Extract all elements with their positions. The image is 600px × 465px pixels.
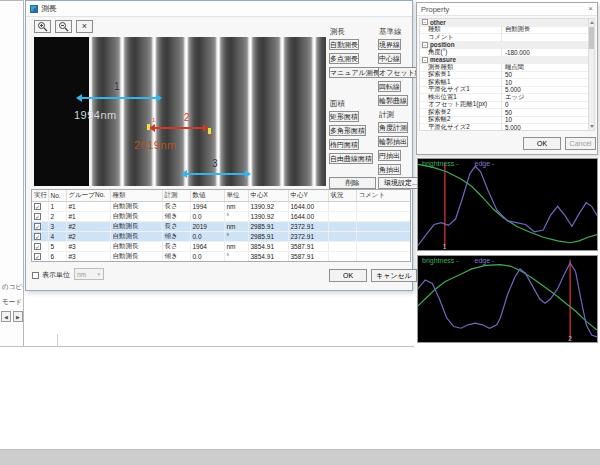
measure-value-1: 1994nm	[74, 109, 117, 121]
group-title: 面積	[329, 99, 376, 108]
table-row[interactable]: ✓4#2自動測長傾き0.0°2985.912372.91	[32, 231, 411, 241]
panel-button[interactable]: 自動測長	[329, 39, 359, 50]
zoom-in-button[interactable]	[34, 20, 51, 33]
zoom-out-icon	[58, 21, 69, 32]
group-title: 測長	[329, 27, 376, 36]
table-row[interactable]: ✓5#3自動測長長さ1964nm3854.913587.91	[32, 241, 411, 251]
table-row[interactable]: ✓6#3自動測長傾き0.0°3854.913587.91	[32, 251, 411, 261]
scroll-up-icon[interactable]	[590, 21, 594, 24]
nav-right-icon[interactable]: ▶	[13, 311, 23, 322]
ok-button[interactable]: OK	[329, 269, 367, 282]
cell-cx: 3854.91	[248, 241, 288, 251]
panel-button[interactable]: マニュアル測長	[329, 67, 381, 78]
measure-label-1: 1	[114, 81, 120, 92]
cell-no: 3	[48, 221, 66, 231]
panel-button[interactable]: 多点測長	[329, 53, 359, 64]
cell-status	[328, 211, 356, 221]
graph-panel-2: brightness - edge - 2	[417, 255, 598, 343]
exec-cell: ✓	[32, 221, 48, 231]
close-icon[interactable]: ×	[588, 5, 593, 13]
panel-col-1: 測長自動測長多点測長マニュアル測長面積矩形面積多角形面積楕円面積自由曲線面積	[329, 27, 376, 164]
panel-button[interactable]: 角度計測	[378, 122, 408, 133]
cell-group: #1	[66, 211, 110, 221]
row-checkbox[interactable]: ✓	[34, 223, 41, 230]
cell-group: #2	[66, 221, 110, 231]
scroll-down-icon[interactable]	[590, 125, 594, 128]
column-header: 中心X	[248, 190, 288, 201]
cell-status	[328, 231, 356, 241]
marker-label: 2	[568, 335, 572, 342]
panel-button[interactable]: 中心線	[378, 53, 401, 64]
panel-button[interactable]: 角抽出	[378, 164, 401, 175]
panel-button[interactable]: 楕円面積	[329, 139, 359, 150]
cell-comment	[356, 201, 411, 211]
cell-type: 自動測長	[110, 251, 162, 261]
legend-brightness: brightness -	[422, 257, 459, 264]
cell-no: 6	[48, 251, 66, 261]
edge-marker-left	[147, 124, 150, 130]
results-table[interactable]: 実行No.グループNo.種類計測数値単位中心X中心Y状況コメント ✓1#1自動測…	[31, 189, 411, 262]
cell-unit: °	[224, 231, 248, 241]
sem-line-pattern	[89, 37, 326, 186]
sem-image[interactable]: 1 1994nm 2 2019nm 1 2 3	[34, 37, 326, 186]
unit-combobox[interactable]: nm ▼	[74, 268, 104, 280]
property-value: 10	[502, 116, 588, 123]
zoom-out-button[interactable]	[55, 20, 72, 33]
graph-plot-2: 2	[418, 256, 597, 342]
property-titlebar[interactable]: Property ×	[417, 3, 597, 16]
delete-annotation-button[interactable]: ×	[76, 20, 93, 33]
cell-value: 0.0	[190, 231, 224, 241]
property-grid: −other種類自動測長コメント−position角度(°)-180.000−m…	[419, 18, 589, 131]
column-header: 中心Y	[288, 190, 328, 201]
panel-button[interactable]: 回転線	[378, 81, 401, 92]
edge-number-1: 1	[152, 117, 155, 123]
property-row[interactable]: 平滑化サイズ25.000	[420, 124, 588, 131]
column-header: 数値	[190, 190, 224, 201]
display-unit-checkbox[interactable]	[32, 272, 39, 279]
cell-measure: 長さ	[162, 221, 190, 231]
row-checkbox[interactable]: ✓	[34, 243, 41, 250]
cell-no: 1	[48, 201, 66, 211]
panel-button[interactable]: 輪郭曲線	[378, 95, 408, 106]
table-row[interactable]: ✓1#1自動測長長さ1994nm1390.921644.00	[32, 201, 411, 211]
column-header: コメント	[356, 190, 411, 201]
cell-unit: °	[224, 211, 248, 221]
panel-button[interactable]: 矩形面積	[329, 111, 359, 122]
measure-value-2: 2019nm	[134, 139, 177, 151]
cell-cy: 2372.91	[288, 231, 328, 241]
cell-no: 4	[48, 231, 66, 241]
property-ok-button[interactable]: OK	[523, 137, 561, 150]
delete-button[interactable]: 削除	[329, 177, 376, 189]
panel-button[interactable]: 自由曲線面積	[329, 153, 373, 164]
row-checkbox[interactable]: ✓	[34, 233, 41, 240]
scroll-thumb[interactable]	[589, 27, 594, 49]
button-group: 面積矩形面積多角形面積楕円面積自由曲線面積	[329, 99, 376, 164]
property-value: -180.000	[502, 49, 588, 56]
measure-label-3: 3	[212, 158, 218, 169]
row-checkbox[interactable]: ✓	[34, 253, 41, 260]
zoom-in-icon	[37, 21, 48, 32]
row-checkbox[interactable]: ✓	[34, 213, 41, 220]
table-row[interactable]: ✓2#1自動測長傾き0.0°1390.921644.00	[32, 211, 411, 221]
nav-left-icon[interactable]: ◀	[1, 311, 11, 322]
panel-button[interactable]: 境界線	[378, 39, 401, 50]
cell-status	[328, 221, 356, 231]
property-title: Property	[421, 5, 449, 14]
background-nav: ◀ ▶	[1, 311, 23, 322]
cell-value: 0.0	[190, 211, 224, 221]
row-checkbox[interactable]: ✓	[34, 203, 41, 210]
panel-button[interactable]: 輪郭抽出	[378, 136, 408, 147]
cell-cy: 2372.91	[288, 221, 328, 231]
property-window: Property × −other種類自動測長コメント−position角度(°…	[416, 2, 598, 155]
panel-button[interactable]: 多角形面積	[329, 125, 366, 136]
dialog-titlebar[interactable]: 測長	[26, 1, 412, 17]
column-header: 実行	[32, 190, 48, 201]
cancel-button[interactable]: キャンセル	[371, 269, 417, 282]
property-scrollbar[interactable]	[588, 18, 595, 131]
panel-button[interactable]: 円抽出	[378, 150, 401, 161]
display-unit-label: 表示単位	[42, 270, 70, 280]
table-row[interactable]: ✓3#2自動測長長さ2019nm2985.912372.91	[32, 221, 411, 231]
exec-cell: ✓	[32, 251, 48, 261]
exec-cell: ✓	[32, 231, 48, 241]
property-value: 自動測長	[502, 25, 588, 34]
